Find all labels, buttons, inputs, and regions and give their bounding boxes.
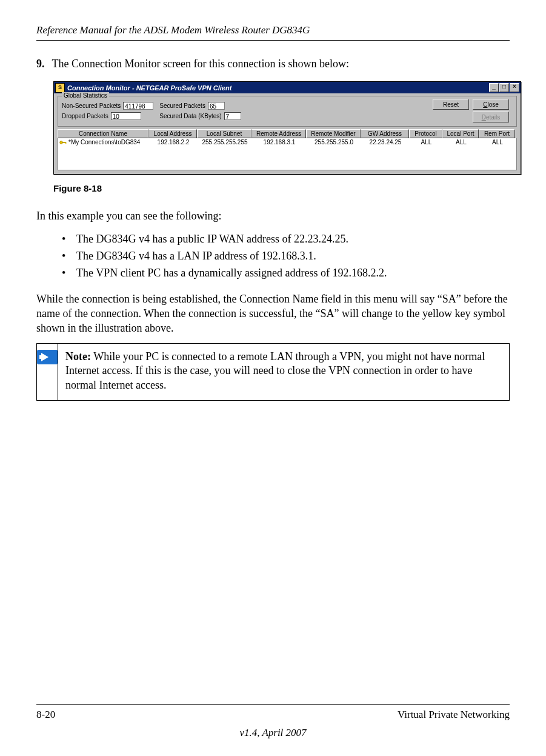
grid-header[interactable]: Remote Modifier [306, 129, 361, 138]
value-secured-packets: 65 [208, 102, 225, 110]
note-prefix: Note: [65, 350, 91, 363]
figure-label: Figure 8-18 [53, 183, 510, 193]
cell-local-port: ALL [443, 139, 479, 146]
global-statistics-legend: Global Statistics [62, 92, 109, 99]
header-title: Reference Manual for the ADSL Modem Wire… [36, 24, 510, 41]
close-window-button[interactable]: × [510, 83, 519, 92]
svg-rect-2 [65, 142, 65, 144]
minimize-button[interactable]: _ [489, 83, 499, 92]
cell-connection-name: *My Connections\toDG834 [68, 139, 140, 146]
details-button[interactable]: Details [473, 112, 509, 122]
grid-header[interactable]: Local Port [442, 129, 479, 138]
label-non-secured: Non-Secured Packets [62, 102, 121, 109]
cell-remote-modifier: 255.255.255.0 [307, 139, 361, 146]
connection-monitor-window: S Connection Monitor - NETGEAR ProSafe V… [53, 81, 521, 175]
bullet-list: The DG834G v4 has a public IP WAN addres… [62, 231, 510, 282]
grid-header[interactable]: Local Subnet [197, 129, 251, 138]
window-titlebar: S Connection Monitor - NETGEAR ProSafe V… [54, 82, 521, 93]
note-body: While your PC is connected to a remote L… [65, 350, 485, 392]
connection-grid: Connection Name Local Address Local Subn… [58, 129, 517, 170]
step-number: 9. [36, 58, 45, 70]
cell-local-subnet: 255.255.255.255 [198, 139, 252, 146]
maximize-button[interactable]: □ [499, 83, 509, 92]
note-text: Note: While your PC is connected to a re… [58, 344, 509, 400]
cell-remote-address: 192.168.3.1 [252, 139, 307, 146]
grid-header[interactable]: Local Address [148, 129, 197, 138]
grid-header-row: Connection Name Local Address Local Subn… [58, 129, 517, 138]
label-secured-packets: Secured Packets [159, 102, 205, 109]
app-icon: S [55, 83, 65, 93]
label-dropped: Dropped Packets [62, 113, 108, 119]
page-footer: 8-20 Virtual Private Networking v1.4, Ap… [36, 704, 510, 739]
grid-row[interactable]: *My Connections\toDG834 192.168.2.2 255.… [58, 138, 516, 146]
bullet-item: The DG834G v4 has a public IP WAN addres… [62, 231, 510, 248]
svg-point-0 [60, 141, 63, 144]
grid-header[interactable]: Connection Name [58, 129, 148, 138]
cell-local-address: 192.168.2.2 [149, 139, 198, 146]
label-secured-data: Secured Data (KBytes) [159, 113, 221, 119]
value-dropped: 10 [111, 112, 141, 120]
intro-paragraph: In this example you can see the followin… [36, 209, 510, 224]
value-secured-data: 7 [224, 112, 241, 120]
footer-section: Virtual Private Networking [398, 709, 510, 721]
footer-version: v1.4, April 2007 [36, 727, 510, 739]
window-title: Connection Monitor - NETGEAR ProSafe VPN… [67, 84, 488, 92]
bullet-item: The DG834G v4 has a LAN IP address of 19… [62, 248, 510, 265]
arrow-icon [37, 350, 58, 364]
grid-header[interactable]: Rem Port [479, 129, 515, 138]
close-button[interactable]: Close [473, 99, 509, 110]
step-line: 9.The Connection Monitor screen for this… [36, 58, 510, 70]
figure-screenshot: S Connection Monitor - NETGEAR ProSafe V… [53, 81, 510, 175]
step-text: The Connection Monitor screen for this c… [52, 58, 349, 70]
key-icon [59, 139, 67, 146]
cell-gw-address: 22.23.24.25 [361, 139, 410, 146]
note-box: Note: While your PC is connected to a re… [36, 343, 510, 401]
grid-header[interactable]: Remote Address [251, 129, 306, 138]
connection-paragraph: While the connection is being establishe… [36, 292, 510, 335]
global-statistics-group: Global Statistics Non-Secured Packets 41… [58, 96, 517, 127]
grid-header[interactable]: GW Address [361, 129, 409, 138]
svg-rect-3 [66, 142, 67, 143]
reset-button[interactable]: Reset [433, 99, 469, 110]
cell-rem-port: ALL [479, 139, 516, 146]
cell-protocol: ALL [410, 139, 443, 146]
value-non-secured: 411798 [123, 102, 153, 110]
bullet-item: The VPN client PC has a dynamically assi… [62, 265, 510, 282]
footer-page-number: 8-20 [36, 709, 55, 721]
note-icon-cell [37, 344, 58, 400]
grid-header[interactable]: Protocol [409, 129, 442, 138]
svg-rect-1 [62, 142, 66, 143]
